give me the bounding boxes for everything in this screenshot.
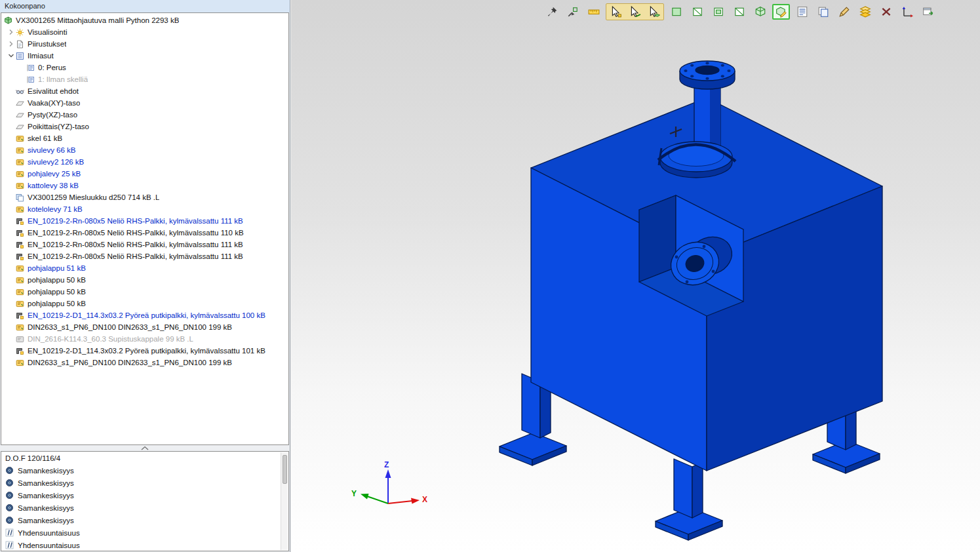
chevron-right-icon[interactable] [7,39,16,49]
model-3d-view[interactable]: Z X Y [291,0,980,552]
edit-in-context-icon [775,6,787,18]
part-icon [16,134,25,143]
tree-item[interactable]: Piirustukset [1,38,288,50]
dof-item[interactable]: Samankeskisyys [1,502,288,514]
tree-item-label: kotelolevy 71 kB [28,205,83,213]
part-icon [16,182,25,190]
panel-splitter[interactable] [0,445,290,451]
application-window: Kokoonpano VX3001265 Mittaohjautuva mall… [0,0,980,552]
tree-item[interactable]: EN_10219-2-Rn-080x5 Neliö RHS-Palkki, ky… [1,250,288,262]
tree-item-label: kattolevy 38 kB [28,182,79,189]
concentric-icon [5,491,14,500]
parallel-icon [5,528,14,537]
dof-item-label: Samankeskisyys [18,492,74,500]
export-view-button[interactable] [919,4,937,20]
tree-item[interactable]: Pysty(XZ)-taso [1,109,288,121]
tree-item[interactable]: kotelolevy 71 kB [1,203,288,215]
tree-item-label: pohjalevy 25 kB [28,170,81,178]
assembly-tree[interactable]: VX3001265 Mittaohjautuva malli Python 22… [1,12,289,445]
view-pane-split-button[interactable] [730,4,748,20]
tree-item[interactable]: pohjalappu 50 kB [1,298,288,309]
tree-item-label: DIN_2616-K114.3_60.3 Supistuskappale 99 … [28,335,193,343]
tree-item[interactable]: pohjalevy 25 kB [1,168,288,180]
tree-item[interactable]: EN_10219-2-D1_114.3x03.2 Pyöreä putkipal… [1,345,288,357]
pin-button[interactable] [543,4,560,20]
tree-item[interactable]: sivulevy 66 kB [1,144,288,156]
expander-spacer [17,75,26,84]
dof-item[interactable]: Samankeskisyys [1,477,288,489]
expander-spacer [7,181,16,190]
pick-face-button[interactable] [645,4,663,20]
tree-item[interactable]: VX3001259 Miesluukku d250 714 kB .L [1,191,288,203]
profile-icon [16,252,25,261]
view-pane-shaded-button[interactable] [667,4,685,20]
copy-button[interactable] [814,4,832,20]
configuration-item-icon [26,75,35,84]
view-pane-inner-icon [713,6,724,18]
view-cube-button[interactable] [751,4,769,20]
dof-item[interactable]: Samankeskisyys [1,514,288,526]
origin-axes-button[interactable] [898,4,916,20]
tree-item[interactable]: DIN_2616-K114.3_60.3 Supistuskappale 99 … [1,333,288,345]
tree-item[interactable]: Vaaka(XY)-taso [1,97,288,109]
tree-item[interactable]: DIN2633_s1_PN6_DN100 DIN2633_s1_PN6_DN10… [1,357,288,368]
dof-item[interactable]: Samankeskisyys [1,489,288,502]
export-view-icon [922,6,934,18]
dof-scrollbar[interactable] [281,452,288,550]
dof-item[interactable]: Yhdensuuntaisuus [1,526,288,539]
delete-button[interactable] [877,4,895,20]
tree-item-label: Poikittais(YZ)-taso [28,123,89,130]
expander-spacer [7,205,16,214]
tree-item[interactable]: 0: Perus [1,62,288,73]
layers-button[interactable] [856,4,874,20]
tree-item-label: pohjalappu 50 kB [28,300,86,307]
expander-spacer [7,287,16,296]
tree-item[interactable]: EN_10219-2-Rn-080x5 Neliö RHS-Palkki, ky… [1,215,288,227]
chevron-right-icon[interactable] [7,28,16,37]
tree-item[interactable]: kattolevy 38 kB [1,180,288,191]
view-pane-wire-button[interactable] [688,4,706,20]
sketch-button[interactable] [835,4,853,20]
pick-edge-button[interactable] [626,4,644,20]
parallel-icon [5,541,14,549]
tree-item[interactable]: DIN2633_s1_PN6_DN100 DIN2633_s1_PN6_DN10… [1,321,288,333]
chevron-down-icon[interactable] [7,51,16,60]
tree-item-label: sivulevy 66 kB [28,146,76,154]
part-suppressed-icon [16,335,25,344]
tree-item[interactable]: pohjalappu 50 kB [1,286,288,298]
tree-item[interactable]: Esivalitut ehdot [1,85,288,97]
dof-list[interactable]: SamankeskisyysSamankeskisyysSamankeskisy… [1,464,288,551]
measure-button[interactable] [585,4,602,20]
tree-item[interactable]: pohjalappu 51 kB [1,262,288,274]
tree-item[interactable]: EN_10219-2-D1_114.3x03.2 Pyöreä putkipal… [1,309,288,321]
axis-x-label: X [422,495,427,504]
expander-spacer [7,193,16,202]
tree-item[interactable]: 1: Ilman skelliä [1,73,288,85]
tree-item[interactable]: EN_10219-2-Rn-080x5 Neliö RHS-Palkki, ky… [1,227,288,239]
view-pane-inner-button[interactable] [709,4,727,20]
tree-item[interactable]: pohjalappu 50 kB [1,274,288,286]
tree-item[interactable]: Poikittais(YZ)-taso [1,121,288,132]
tree-item[interactable]: skel 61 kB [1,132,288,144]
tree-item[interactable]: Visualisointi [1,26,288,38]
pick-point-button[interactable] [607,4,625,20]
dof-item[interactable]: Yhdensuuntaisuus [1,539,288,551]
tree-item[interactable]: Ilmiasut [1,50,288,62]
concentric-icon [5,516,14,524]
edit-in-context-button[interactable] [772,4,790,20]
tree-item-label: EN_10219-2-Rn-080x5 Neliö RHS-Palkki, ky… [28,229,244,237]
tank-model[interactable] [500,61,882,540]
tree-item-label: pohjalappu 50 kB [28,288,86,296]
snap-settings-button[interactable] [564,4,581,20]
dof-scrollbar-thumb[interactable] [283,455,287,484]
dof-item[interactable]: Samankeskisyys [1,464,288,477]
tree-item-label: skel 61 kB [28,134,62,142]
tree-item[interactable]: VX3001265 Mittaohjautuva malli Python 22… [1,14,288,26]
expander-spacer [7,311,16,320]
tree-item-label: EN_10219-2-Rn-080x5 Neliö RHS-Palkki, ky… [28,252,243,260]
feature-list-button[interactable] [793,4,811,20]
delete-icon [880,6,892,18]
tree-item[interactable]: sivulevy2 126 kB [1,156,288,168]
expander-spacer [17,63,26,72]
tree-item[interactable]: EN_10219-2-Rn-080x5 Neliö RHS-Palkki, ky… [1,239,288,250]
